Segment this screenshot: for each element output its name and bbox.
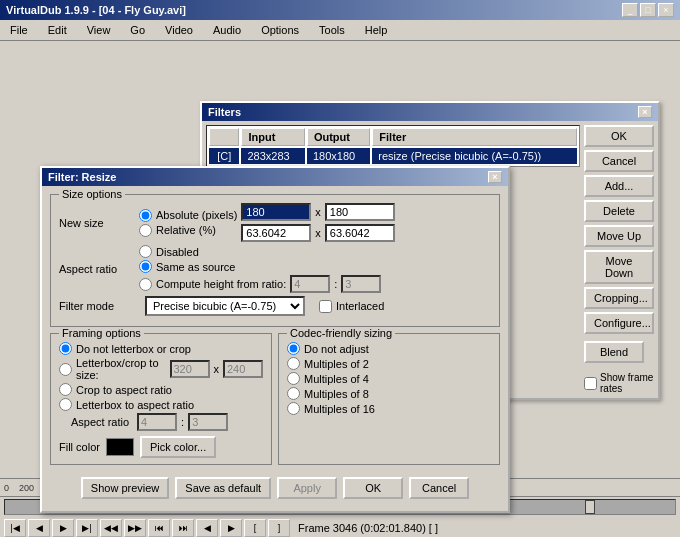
height-input-2[interactable] (325, 224, 395, 242)
color-swatch[interactable] (106, 438, 134, 456)
app-title: VirtualDub 1.9.9 - [04 - Fly Guy.avi] (6, 4, 186, 16)
ratio-width-input[interactable] (290, 275, 330, 293)
minimize-button[interactable]: _ (622, 3, 638, 17)
crop-aspect-radio[interactable] (59, 383, 72, 396)
mult2-label: Multiples of 2 (304, 358, 369, 370)
filters-blend-button[interactable]: Blend (584, 341, 644, 363)
new-size-row: New size Absolute (pixels) Relative (%) (59, 203, 491, 242)
timeline-marker[interactable] (585, 500, 595, 514)
col-header-input: Input (241, 128, 304, 146)
filters-move-up-button[interactable]: Move Up (584, 225, 654, 247)
tc-prev-frame[interactable]: ◀ (28, 519, 50, 537)
filters-close-button[interactable]: × (638, 106, 652, 118)
tc-btn7[interactable]: ⏮ (148, 519, 170, 537)
table-row[interactable]: [C] 283x283 180x180 resize (Precise bicu… (209, 148, 577, 164)
menu-options[interactable]: Options (255, 22, 305, 38)
menu-video[interactable]: Video (159, 22, 199, 38)
tc-mark-in[interactable]: [ (244, 519, 266, 537)
no-adjust-radio[interactable] (287, 342, 300, 355)
same-as-source-radio-row: Same as source (139, 260, 381, 273)
mult8-radio[interactable] (287, 387, 300, 400)
menu-tools[interactable]: Tools (313, 22, 351, 38)
tc-prev-start[interactable]: |◀ (4, 519, 26, 537)
save-as-default-button[interactable]: Save as default (175, 477, 271, 499)
letterbox-crop-radio[interactable] (59, 363, 72, 376)
menu-audio[interactable]: Audio (207, 22, 247, 38)
lc-height-input[interactable] (223, 360, 263, 378)
frame-info: Frame 3046 (0:02:01.840) [ ] (298, 522, 438, 534)
show-frame-rates-label: Show frame rates (600, 372, 654, 394)
menu-view[interactable]: View (81, 22, 117, 38)
size-type-radios: Absolute (pixels) Relative (%) (139, 209, 237, 237)
window-controls: _ □ × (622, 3, 674, 17)
framing-options-group: Framing options Do not letterbox or crop… (50, 333, 272, 465)
menu-file[interactable]: File (4, 22, 34, 38)
mult4-label: Multiples of 4 (304, 373, 369, 385)
tc-mark-out[interactable]: ] (268, 519, 290, 537)
close-button[interactable]: × (658, 3, 674, 17)
maximize-button[interactable]: □ (640, 3, 656, 17)
framing-aspect-h[interactable] (188, 413, 228, 431)
pick-color-button[interactable]: Pick color... (140, 436, 216, 458)
menu-edit[interactable]: Edit (42, 22, 73, 38)
filters-move-down-button[interactable]: Move Down (584, 250, 654, 284)
same-as-source-radio[interactable] (139, 260, 152, 273)
lc-width-input[interactable] (170, 360, 210, 378)
mult16-row: Multiples of 16 (287, 402, 491, 415)
mult4-radio[interactable] (287, 372, 300, 385)
cancel-button[interactable]: Cancel (409, 477, 469, 499)
mult16-radio[interactable] (287, 402, 300, 415)
filter-input: 283x283 (241, 148, 304, 164)
size-input-group: x x (241, 203, 395, 242)
tc-btn6[interactable]: ▶▶ (124, 519, 146, 537)
interlaced-checkbox[interactable] (319, 300, 332, 313)
show-preview-button[interactable]: Show preview (81, 477, 169, 499)
no-letterbox-label: Do not letterbox or crop (76, 343, 191, 355)
height-input-1[interactable] (325, 203, 395, 221)
tc-btn9[interactable]: ◀ (196, 519, 218, 537)
col-header-filter: Filter (372, 128, 577, 146)
codec-radios: Do not adjust Multiples of 2 Multiples o… (287, 342, 491, 415)
filters-cancel-button[interactable]: Cancel (584, 150, 654, 172)
filters-cropping-button[interactable]: Cropping... (584, 287, 654, 309)
letterbox-aspect-radio[interactable] (59, 398, 72, 411)
disabled-radio[interactable] (139, 245, 152, 258)
relative-radio-row: Relative (%) (139, 224, 237, 237)
width-input-2[interactable] (241, 224, 311, 242)
size-row-2: x (241, 224, 395, 242)
filter-output: 180x180 (307, 148, 370, 164)
mult2-radio[interactable] (287, 357, 300, 370)
filters-add-button[interactable]: Add... (584, 175, 654, 197)
ratio-colon: : (334, 278, 337, 290)
resize-close-button[interactable]: × (488, 171, 502, 183)
apply-button[interactable]: Apply (277, 477, 337, 499)
size-options-label: Size options (59, 188, 125, 200)
bottom-section: Framing options Do not letterbox or crop… (50, 333, 500, 471)
compute-height-radio-row: Compute height from ratio: : (139, 275, 381, 293)
relative-radio[interactable] (139, 224, 152, 237)
timeline-controls: |◀ ◀ ▶ ▶| ◀◀ ▶▶ ⏮ ⏭ ◀ ▶ [ ] Frame 3046 (… (0, 517, 680, 537)
filters-title-text: Filters (208, 106, 241, 118)
tc-next-end[interactable]: ▶| (76, 519, 98, 537)
absolute-radio-row: Absolute (pixels) (139, 209, 237, 222)
menu-bar: File Edit View Go Video Audio Options To… (0, 20, 680, 41)
menu-help[interactable]: Help (359, 22, 394, 38)
show-frame-rates-checkbox[interactable] (584, 377, 597, 390)
tc-next-frame[interactable]: ▶ (52, 519, 74, 537)
tc-btn5[interactable]: ◀◀ (100, 519, 122, 537)
filter-checkbox[interactable]: [C] (209, 148, 239, 164)
absolute-radio[interactable] (139, 209, 152, 222)
filters-delete-button[interactable]: Delete (584, 200, 654, 222)
ratio-height-input[interactable] (341, 275, 381, 293)
width-input-1[interactable] (241, 203, 311, 221)
compute-height-radio[interactable] (139, 278, 152, 291)
tc-btn8[interactable]: ⏭ (172, 519, 194, 537)
menu-go[interactable]: Go (124, 22, 151, 38)
filters-ok-button[interactable]: OK (584, 125, 654, 147)
ok-button[interactable]: OK (343, 477, 403, 499)
filter-mode-select[interactable]: Precise bicubic (A=-0.75) (145, 296, 305, 316)
framing-aspect-w[interactable] (137, 413, 177, 431)
no-letterbox-radio[interactable] (59, 342, 72, 355)
tc-btn10[interactable]: ▶ (220, 519, 242, 537)
filters-configure-button[interactable]: Configure... (584, 312, 654, 334)
